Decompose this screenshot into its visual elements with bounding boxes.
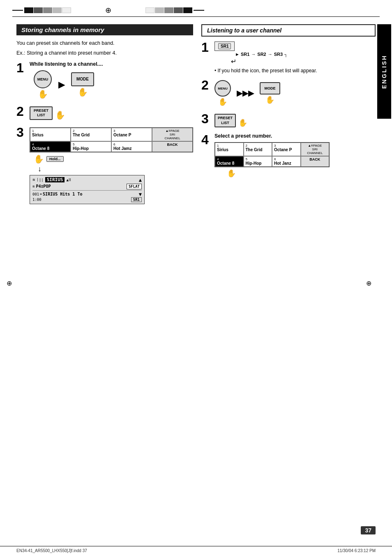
preset-list-button: PRESETLIST (30, 106, 53, 120)
down-curve-icon: ↵ (231, 58, 236, 65)
channel-hotjamz: 6Hot Jamz (111, 141, 152, 152)
step1-content: While listening to a channel.... MENU ✋ … (30, 61, 193, 99)
mode-button-illus: MODE ✋ (71, 72, 94, 97)
signal-bars: ▲ⅠⅠ (66, 178, 71, 182)
right-bars-group (145, 7, 192, 13)
channel-page-btn: ▲≡PAGESRICHANNEL (152, 128, 193, 141)
r-channel-page: ▲≡PAGESRICHANNEL (301, 143, 330, 156)
signal-icon: ≋ (32, 177, 35, 182)
listening-section-header: Listening to a user channel (201, 24, 376, 37)
right-hand2: ✋ (265, 95, 274, 104)
step3-wrapper: 3 1Sirius 2The Grid 3Octane P ▲≡PAGESRIC… (16, 126, 193, 206)
channel-grid-right: 1Sirius 2The Grid 3Octane P ▲≡PAGESRICHA… (214, 142, 330, 167)
channel-sirius: 1Sirius (30, 128, 71, 141)
step1-wrapper: 1 While listening to a channel.... MENU … (16, 61, 193, 99)
right-reg-line (194, 10, 204, 11)
r-channel-back: BACK (301, 156, 330, 167)
end-bracket: ┐ (284, 52, 288, 57)
main-content: Storing channels in memory You can prese… (0, 17, 392, 210)
right-hand4: ✋ (227, 169, 376, 178)
right-preset-btn-illus: PRESETLIST ✋ (214, 114, 376, 127)
channel-grid-cell: 2The Grid (71, 128, 111, 141)
sr1-label-arrow: ► SR1 (235, 52, 249, 57)
right-side-crosshair: ⊕ (366, 279, 371, 287)
right-menu-button: MENU (214, 80, 231, 97)
hand-icon3: ✋ (55, 110, 65, 120)
menu-button-illus: MENU ✋ (34, 70, 52, 99)
storing-section-header: Storing channels in memory (16, 24, 193, 35)
right-hand3: ✋ (238, 118, 247, 127)
right-step1-wrapper: 1 SR1 ► SR1 → SR2 → SR3 ┐ ↵ (201, 41, 376, 74)
right-menu-btn-illus: MENU ✋ (214, 80, 231, 106)
right-step4-content: Select a preset number. 1Sirius 2The Gri… (214, 133, 376, 178)
r-channel-hotjanz: 6Hot Janz (272, 156, 301, 167)
right-step2-buttons: MENU ✋ ▶▶▶ MODE ✋ (214, 80, 376, 106)
footer-timestamp: 11/30/04 6:23:12 PM (337, 548, 376, 553)
up-arrow: ▲ (139, 177, 142, 183)
channel-name-label: SIRIUS Hits 1 To (43, 192, 82, 196)
sr1-btn: SR1 (218, 43, 231, 49)
channel-info-row: 001 ≡ SIRIUS Hits 1 To (32, 192, 82, 196)
channel-octane: 3Octane P (111, 128, 152, 141)
step3-number: 3 (16, 126, 26, 139)
left-reg-line (12, 10, 23, 11)
sr1-label: SR1 (131, 197, 142, 202)
right-step4-label: Select a preset number. (214, 133, 376, 139)
sr-display-box: SR1 (214, 41, 235, 51)
desc2: Ex.: Storing a channel into preset numbe… (16, 49, 193, 57)
step1-buttons: MENU ✋ ▶ MODE ✋ (34, 70, 193, 99)
preset-label: P4≡POP (36, 184, 51, 189)
down-arrow-icon: ↓ (38, 165, 193, 173)
center-crosshair-icon: ⊕ (105, 6, 111, 15)
sr2-label: SR2 (257, 52, 266, 57)
arrow2-icon: → (268, 52, 272, 57)
r-channel-octane: 3Octane P (272, 143, 301, 156)
english-sidebar: ENGLISH (377, 24, 391, 119)
sirius-display: ≋ ||| SIRIUS ▲ⅠⅠ ▲ ≋ P4≡POP (30, 175, 145, 204)
preset-info: ≋ P4≡POP (32, 184, 51, 189)
right-step3-content: PRESETLIST ✋ (214, 112, 376, 127)
page-number-box: 37 (361, 526, 376, 534)
step2-number: 2 (16, 105, 26, 118)
r-channel-octane-hl: 4Octane 8 (215, 156, 244, 167)
right-step1-number: 1 (201, 41, 211, 54)
hand-hold-row: ✋ Hold... (34, 154, 193, 164)
channel-octane-highlighted: 4Octane 8 (30, 141, 71, 152)
arrow-icon: ▶ (58, 80, 65, 90)
bullet-text: • If you hold the icon, the preset list … (214, 67, 376, 74)
right-step4-wrapper: 4 Select a preset number. 1Sirius 2The G… (201, 133, 376, 178)
right-mode-btn-illus: MODE ✋ (260, 82, 280, 104)
mode-button: MODE (71, 72, 94, 86)
right-preset-list-button: PRESETLIST (214, 114, 236, 127)
right-step3-wrapper: 3 PRESETLIST ✋ (201, 112, 376, 127)
right-column: Listening to a user channel ENGLISH 1 SR… (197, 24, 376, 210)
top-registration-area: ⊕ (0, 0, 392, 16)
arrow1-icon: → (251, 52, 256, 57)
channel-hiphop: 5Hip-Hop (71, 141, 111, 152)
right-mode-button: MODE (260, 82, 280, 94)
sr3-label: SR3 (274, 52, 283, 57)
channel-num-label: 001 (32, 192, 39, 196)
channel-grid-left: 1Sirius 2The Grid 3Octane P ▲≡PAGESRICHA… (30, 127, 193, 152)
step1-number: 1 (16, 61, 26, 74)
right-step4-number: 4 (201, 133, 211, 146)
r-channel-sirius: 1Sirius (215, 143, 244, 156)
channel-back-btn: BACK (152, 141, 193, 152)
r-channel-grid: 2The Grid (244, 143, 272, 156)
hand-icon2: ✋ (78, 87, 88, 97)
horiz-sep-sirius (32, 190, 142, 191)
right-arrow-mid: ▶▶▶ (237, 89, 254, 98)
right-step1-content: SR1 ► SR1 → SR2 → SR3 ┐ ↵ • If you hold … (214, 41, 376, 74)
right-step2-number: 2 (201, 78, 211, 92)
down-arrow2: ▼ (139, 191, 142, 197)
left-bars-group (24, 7, 71, 13)
menu-button: MENU (34, 70, 52, 88)
right-step2-wrapper: 2 MENU ✋ ▶▶▶ MODE ✋ (201, 78, 376, 106)
preset-list-btn-illus: PRESETLIST ✋ (30, 106, 193, 120)
step3-content: 1Sirius 2The Grid 3Octane P ▲≡PAGESRICHA… (30, 126, 193, 206)
hand-icon4: ✋ (34, 154, 44, 164)
desc1: You can preset six channels for each ban… (16, 39, 193, 47)
right-step2-content: MENU ✋ ▶▶▶ MODE ✋ (214, 78, 376, 106)
step1-label: While listening to a channel.... (30, 61, 193, 67)
sflat-button: SFLAT (127, 184, 142, 189)
